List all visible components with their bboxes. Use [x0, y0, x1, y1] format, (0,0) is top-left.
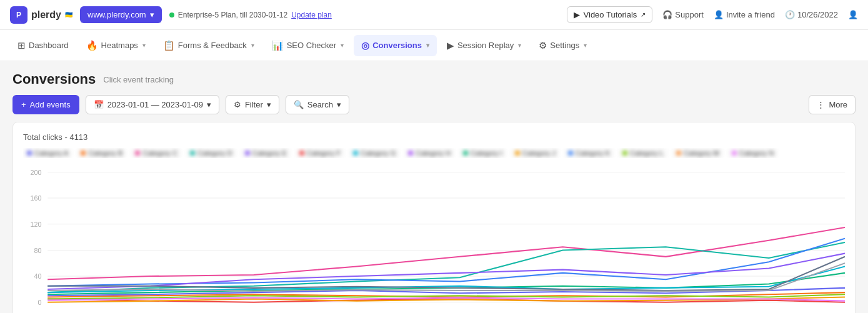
date-range-label: 2023-01-01 — 2023-01-09 [107, 100, 203, 109]
svg-text:80: 80 [34, 246, 41, 254]
search-label: Search [307, 100, 333, 109]
add-events-label: Add events [30, 100, 71, 109]
plan-text: Enterprise-5 Plan, till 2030-01-12 [178, 11, 287, 19]
legend-dot [81, 151, 86, 156]
date-label: 10/26/2022 [797, 10, 838, 19]
toolbar: + Add events 📅 2023-01-01 — 2023-01-09 ▾… [0, 95, 868, 122]
nav-item-session-replay[interactable]: ▶ Session Replay ▾ [439, 35, 529, 56]
nav-label-heatmaps: Heatmaps [101, 41, 138, 50]
nav-label-forms: Forms & Feedback [178, 41, 247, 50]
legend-item: Category M [672, 148, 723, 158]
page-subtitle: Click event tracking [103, 75, 174, 84]
invite-friend-link[interactable]: 👤 Invite a friend [714, 10, 775, 19]
legend-item: Category B [77, 148, 126, 158]
support-icon: 🎧 [662, 10, 672, 19]
nav-icon-heatmaps: 🔥 [86, 40, 98, 51]
legend-item: Category I [459, 148, 506, 158]
legend-item: Category D [186, 148, 236, 158]
video-tutorials-label: Video Tutorials [584, 10, 637, 19]
chart-svg-wrapper: 200 160 120 80 40 0 [23, 166, 845, 313]
nav-label-conversions: Conversions [372, 41, 422, 50]
chart-header: Total clicks - 4113 [23, 132, 845, 142]
nav-label-seo: SEO Checker [287, 41, 336, 50]
legend-label: Category A [34, 149, 68, 157]
legend-dot [676, 151, 681, 156]
legend-dot [732, 151, 737, 156]
more-button[interactable]: ⋮ More [809, 95, 856, 114]
legend-label: Category K [576, 149, 610, 157]
legend-dot [463, 151, 468, 156]
nav-item-seo[interactable]: 📊 SEO Checker ▾ [264, 35, 351, 56]
legend-dot [135, 151, 140, 156]
search-button[interactable]: 🔍 Search ▾ [286, 95, 349, 114]
chevron-down-icon: ▾ [341, 42, 344, 49]
plan-info: Enterprise-5 Plan, till 2030-01-12 Updat… [169, 11, 332, 19]
support-link[interactable]: 🎧 Support [662, 10, 704, 19]
legend-dot [515, 151, 520, 156]
legend-dot [190, 151, 195, 156]
nav-item-heatmaps[interactable]: 🔥 Heatmaps ▾ [79, 35, 153, 56]
logo-flag: 🇺🇦 [65, 11, 72, 18]
chevron-down-icon: ▾ [207, 100, 211, 109]
legend-label: Category M [684, 149, 719, 157]
legend-item: Category H [404, 148, 454, 158]
plan-status-dot [169, 12, 174, 17]
svg-text:160: 160 [30, 194, 41, 202]
legend-label: Category H [416, 149, 451, 157]
nav-icon-seo: 📊 [272, 40, 284, 51]
legend-label: Category E [252, 149, 287, 157]
legend-dot [568, 151, 573, 156]
legend-item: Category J [511, 148, 559, 158]
more-dots-icon: ⋮ [817, 100, 825, 109]
legend-label: Category J [522, 149, 556, 157]
logo-text: plerdy [31, 9, 61, 21]
search-icon: 🔍 [294, 100, 304, 109]
nav-item-conversions[interactable]: ◎ Conversions ▾ [354, 35, 437, 56]
site-button[interactable]: www.plerdy.com ▾ [80, 6, 162, 23]
topbar: P plerdy 🇺🇦 www.plerdy.com ▾ Enterprise-… [0, 0, 868, 30]
date-range-picker[interactable]: 📅 2023-01-01 — 2023-01-09 ▾ [86, 95, 219, 114]
nav-item-forms[interactable]: 📋 Forms & Feedback ▾ [156, 35, 262, 56]
svg-text:0: 0 [37, 299, 41, 306]
legend-label: Category D [197, 149, 232, 157]
nav-icon-conversions: ◎ [361, 40, 369, 51]
filter-button[interactable]: ⚙ Filter ▾ [226, 95, 279, 114]
add-events-button[interactable]: + Add events [12, 95, 79, 114]
legend-label: Category B [88, 149, 122, 157]
plus-icon: + [21, 100, 26, 109]
page-header: Conversions Click event tracking [0, 61, 868, 95]
legend-dot [27, 151, 32, 156]
svg-text:120: 120 [30, 221, 41, 228]
legend-label: Category C [142, 149, 177, 157]
topbar-left: P plerdy 🇺🇦 www.plerdy.com ▾ Enterprise-… [10, 6, 332, 24]
navbar: ⊞ Dashboard 🔥 Heatmaps ▾ 📋 Forms & Feedb… [0, 30, 868, 61]
legend-item: Category F [296, 148, 344, 158]
page-title: Conversions [12, 71, 96, 87]
logo: P plerdy 🇺🇦 [10, 6, 72, 24]
site-button-label: www.plerdy.com [87, 10, 146, 19]
video-tutorials-button[interactable]: ▶ Video Tutorials ↗ [567, 6, 653, 23]
svg-text:200: 200 [30, 168, 41, 176]
chevron-down-icon: ▾ [150, 10, 154, 19]
legend-item: Category K [564, 148, 614, 158]
line-chart: 200 160 120 80 40 0 [23, 166, 845, 313]
update-plan-link[interactable]: Update plan [291, 11, 332, 19]
chart-container: Total clicks - 4113 Category ACategory B… [12, 122, 856, 313]
chevron-down-icon: ▾ [337, 100, 341, 109]
user-avatar[interactable]: 👤 [848, 10, 858, 19]
more-label: More [829, 100, 847, 109]
support-label: Support [675, 10, 704, 19]
total-clicks-label: Total clicks - 4113 [23, 132, 87, 142]
video-icon: ▶ [574, 10, 580, 19]
legend-item: Category C [131, 148, 181, 158]
legend-dot [299, 151, 304, 156]
invite-icon: 👤 [714, 10, 724, 19]
chevron-down-icon: ▾ [584, 42, 587, 49]
topbar-right: ▶ Video Tutorials ↗ 🎧 Support 👤 Invite a… [567, 6, 858, 23]
nav-label-dashboard: Dashboard [29, 41, 69, 50]
nav-label-settings: Settings [550, 41, 579, 50]
nav-item-settings[interactable]: ⚙ Settings ▾ [531, 35, 594, 56]
external-link-icon: ↗ [641, 11, 646, 18]
legend-label: Category F [307, 149, 341, 157]
nav-item-dashboard[interactable]: ⊞ Dashboard [10, 35, 76, 56]
